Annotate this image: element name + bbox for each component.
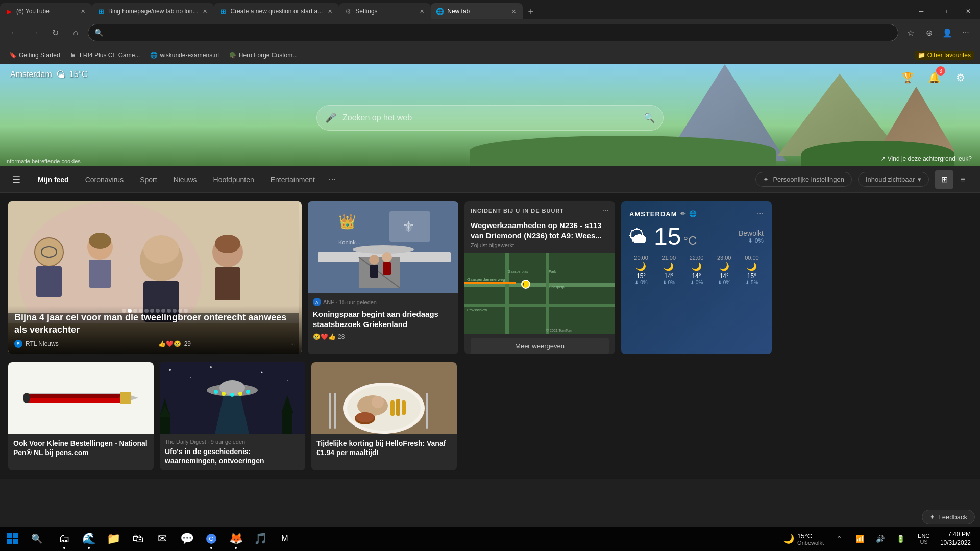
- article-hellofresh[interactable]: Tijdelijke korting bij HelloFresh: Vanaf…: [311, 362, 457, 470]
- article-main[interactable]: Bijna 4 jaar cel voor man die tweelingbr…: [8, 201, 302, 354]
- hour-23-icon: 🌙: [713, 262, 736, 271]
- article-ufo[interactable]: The Daily Digest · 9 uur geleden Ufo's i…: [160, 362, 305, 470]
- taskbar-weather-widget[interactable]: 🌙 15°C Onbewolkt: [777, 530, 830, 548]
- more-options-icon[interactable]: ···: [958, 24, 974, 41]
- settings-tab-close[interactable]: ✕: [418, 7, 426, 15]
- feed-nav-mijn-feed[interactable]: Mijn feed: [31, 172, 76, 187]
- weather-hourly: 20:00 🌙 15° ⬇ 0% 21:00 🌙 14° ⬇ 0% 22:00 …: [629, 255, 764, 285]
- tab-create[interactable]: ⊞ Create a new question or start a... ✕: [214, 3, 339, 19]
- taskbar-app-spotify[interactable]: 🎵: [249, 528, 272, 550]
- svg-text:!: !: [523, 282, 524, 287]
- grid-view-button[interactable]: ⊞: [935, 170, 953, 189]
- collections-icon[interactable]: ⊕: [921, 24, 937, 41]
- taskbar-app-widgets[interactable]: 🗂: [53, 528, 76, 550]
- newtab-tab-close[interactable]: ✕: [509, 7, 518, 15]
- ufo-text: The Daily Digest · 9 uur geleden Ufo's i…: [160, 434, 305, 470]
- tab-newtab[interactable]: 🌐 New tab ✕: [431, 3, 523, 19]
- hero-search-input[interactable]: [342, 113, 638, 122]
- bookmark-getting-started[interactable]: 🔖 Getting Started: [6, 51, 63, 60]
- feed-hamburger-button[interactable]: ☰: [8, 171, 24, 188]
- svg-rect-47: [120, 392, 131, 404]
- taskbar-search-button[interactable]: 🔍: [24, 527, 49, 551]
- article-more-icon[interactable]: ···: [290, 340, 296, 347]
- article-main-source: RTL Nieuws: [26, 340, 59, 347]
- meer-weergeven-button[interactable]: Meer weergeven: [471, 338, 609, 354]
- feed-nav-nieuws[interactable]: Nieuws: [166, 172, 204, 187]
- hellofresh-image: [311, 362, 457, 434]
- tab-bing[interactable]: ⊞ Bing homepage/new tab no lon... ✕: [92, 3, 214, 19]
- youtube-favicon: ▶: [5, 7, 13, 15]
- bookmark-ti84[interactable]: 🖩 TI-84 Plus CE Game...: [67, 51, 143, 60]
- show-desktop-button[interactable]: [977, 527, 980, 551]
- hour-21-time: 21:00: [657, 255, 680, 261]
- network-icon[interactable]: 📶: [850, 530, 869, 548]
- favorites-icon[interactable]: ☆: [902, 24, 919, 41]
- settings-icon[interactable]: ⚙: [951, 68, 970, 87]
- svg-point-61: [238, 392, 242, 396]
- weather-precip: ⬇ 0%: [739, 237, 764, 244]
- back-button[interactable]: ←: [6, 24, 22, 41]
- feed-nav-coronavirus[interactable]: Coronavirus: [78, 172, 131, 187]
- cookies-info[interactable]: Informatie betreffende cookies: [5, 158, 81, 164]
- incident-more-icon[interactable]: ···: [602, 206, 609, 215]
- article-royal[interactable]: 👑 ⚜ Konink... A ANP: [308, 201, 458, 354]
- coronavirus-label: Coronavirus: [85, 176, 124, 184]
- maximize-button[interactable]: □: [933, 3, 957, 19]
- bookmark-heroforge[interactable]: 🪖 Hero Forge Custom...: [226, 51, 301, 60]
- feed-nav-sport[interactable]: Sport: [133, 172, 164, 187]
- profile-icon[interactable]: 👤: [939, 24, 955, 41]
- taskbar-clock[interactable]: 7:40 PM 10/31/2022: [934, 530, 977, 547]
- tab-add-button[interactable]: ＋: [523, 3, 539, 19]
- other-favourites-folder[interactable]: 📁 Other favourites: [915, 51, 974, 60]
- hour-21-temp: 14°: [657, 272, 680, 280]
- home-button[interactable]: ⌂: [67, 24, 84, 41]
- volume-icon[interactable]: 🔊: [871, 530, 889, 548]
- list-view-button[interactable]: ≡: [953, 170, 972, 189]
- tab-settings[interactable]: ⚙ Settings ✕: [339, 3, 431, 19]
- content-visible-button[interactable]: Inhoud zichtbaar ▾: [858, 172, 929, 187]
- hidden-icons-button[interactable]: ⌃: [830, 530, 848, 548]
- bing-tab-close[interactable]: ✕: [201, 7, 209, 15]
- taskbar-app-teams[interactable]: 💬: [176, 528, 198, 550]
- background-hint[interactable]: ↗ Vind je deze achtergrond leuk?: [880, 155, 972, 162]
- minimize-button[interactable]: ─: [910, 3, 933, 19]
- taskbar-app-chrome[interactable]: [200, 528, 223, 550]
- create-tab-close[interactable]: ✕: [326, 7, 334, 15]
- weather-more-icon[interactable]: ···: [757, 209, 764, 218]
- weather-globe-icon[interactable]: 🌐: [689, 210, 697, 217]
- getting-started-label: Getting Started: [19, 52, 60, 59]
- start-button[interactable]: [0, 527, 24, 551]
- refresh-button[interactable]: ↻: [47, 24, 63, 41]
- tab-youtube[interactable]: ▶ (6) YouTube ✕: [0, 3, 92, 19]
- forward-button[interactable]: →: [27, 24, 43, 41]
- taskbar-app-explorer[interactable]: 📁: [102, 528, 125, 550]
- feed-nav-entertainment[interactable]: Entertainment: [263, 172, 322, 187]
- notification-button[interactable]: 🔔 3: [925, 68, 943, 87]
- battery-icon[interactable]: 🔋: [891, 530, 910, 548]
- feedback-button[interactable]: ✦ Feedback: [922, 510, 975, 524]
- close-button[interactable]: ✕: [957, 3, 980, 19]
- feed-nav-more-button[interactable]: ···: [324, 171, 340, 188]
- taskbar-app-store[interactable]: 🛍: [127, 528, 149, 550]
- create-tab-title: Create a new question or start a...: [230, 8, 323, 15]
- feed-nav-hoofdpunten[interactable]: Hoofdpunten: [206, 172, 261, 187]
- taskbar-app-msteams[interactable]: M: [274, 528, 296, 550]
- weather-edit-icon[interactable]: ✏: [680, 210, 686, 217]
- svg-text:Gaasperpl...: Gaasperpl...: [549, 285, 568, 289]
- taskbar-app-mail[interactable]: ✉: [151, 528, 174, 550]
- rtl-source-icon: R: [14, 340, 22, 348]
- bookmark-wiskunde[interactable]: 🌐 wiskunde-examens.nl: [147, 51, 222, 60]
- language-indicator[interactable]: ENG US: [914, 533, 934, 545]
- personal-settings-button[interactable]: ✦ Persoonlijke instellingen: [755, 172, 851, 187]
- address-input[interactable]: [107, 29, 892, 37]
- taskbar-app-firefox[interactable]: 🦊: [225, 528, 247, 550]
- trophy-icon[interactable]: 🏆: [898, 68, 917, 87]
- taskbar-app-edge[interactable]: 🌊: [78, 528, 100, 550]
- hour-22-precip: ⬇ 0%: [684, 280, 708, 285]
- youtube-tab-close[interactable]: ✕: [79, 7, 87, 15]
- mic-icon[interactable]: 🎤: [325, 112, 336, 123]
- hero-search-icon[interactable]: 🔍: [644, 112, 655, 123]
- weather-description: Bewolkt: [739, 229, 764, 237]
- article-pen[interactable]: Ook Voor Kleine Bestellingen - National …: [8, 362, 154, 470]
- hero-weather-widget[interactable]: Amsterdam 🌤 15°C: [10, 69, 88, 80]
